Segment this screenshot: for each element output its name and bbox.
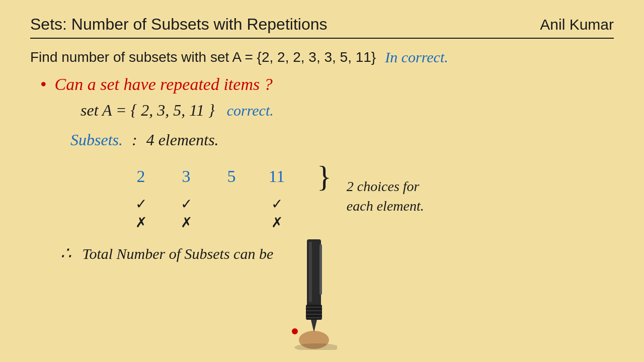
colon: : [132, 131, 137, 149]
bullet-line: • Can a set have repeated items ? [40, 75, 614, 94]
check-11: ✓ [267, 196, 287, 212]
svg-rect-7 [309, 242, 312, 302]
choices-line1: 2 choices for [347, 176, 424, 196]
total-text: Total Number of Subsets can be [83, 245, 274, 262]
total-line: ∴ Total Number of Subsets can be [60, 243, 614, 263]
elem-5: 5 [221, 167, 242, 186]
cross-11: ✗ [267, 214, 287, 231]
svg-rect-8 [319, 244, 322, 295]
elem-11: 11 [267, 167, 287, 186]
cross-3: ✗ [176, 214, 196, 231]
check-2: ✓ [131, 196, 151, 212]
grid-section: 2 3 5 11 } ✓ ✓ ✓ ✗ ✗ ✗ [131, 161, 332, 231]
find-line: Find number of subsets with set A = {2, … [30, 49, 614, 66]
page-title: Sets: Number of Subsets with Repetitions [30, 15, 328, 34]
choices-section: 2 choices for each element. [347, 176, 424, 216]
bullet-symbol: • [40, 75, 47, 94]
elem-2: 2 [131, 167, 151, 186]
svg-marker-6 [311, 320, 317, 332]
cross-2: ✗ [131, 214, 151, 231]
set-correct-line: set A = { 2, 3, 5, 11 } correct. [80, 101, 614, 120]
set-text: set A = { 2, 3, 5, 11 } [80, 101, 215, 120]
subsets-label: Subsets. [70, 131, 123, 149]
find-text: Find number of subsets with set A = {2, … [30, 49, 376, 65]
header-divider [30, 38, 614, 39]
author-name: Anil Kumar [540, 16, 614, 33]
main-page: Sets: Number of Subsets with Repetitions… [0, 0, 644, 362]
header: Sets: Number of Subsets with Repetitions… [30, 15, 614, 34]
svg-point-10 [294, 343, 337, 350]
elements-numbers-row: 2 3 5 11 } [131, 161, 332, 192]
check-3: ✓ [176, 196, 196, 212]
crosses-row: ✗ ✗ ✗ [131, 214, 332, 231]
therefore-symbol: ∴ [60, 244, 71, 262]
elements-text: 4 elements. [146, 131, 219, 149]
grid-and-choices: 2 3 5 11 } ✓ ✓ ✓ ✗ ✗ ✗ 2 choices [131, 161, 614, 231]
choices-line2: each element. [347, 196, 424, 216]
incorrect-label: In correct. [385, 49, 448, 66]
question-text: Can a set have repeated items ? [55, 75, 273, 94]
elem-3: 3 [176, 167, 196, 186]
subsets-line: Subsets. : 4 elements. [70, 131, 614, 149]
checkmarks-row: ✓ ✓ ✓ [131, 196, 332, 212]
red-dot [292, 328, 298, 334]
pen-container [292, 239, 337, 352]
pen-svg [292, 239, 337, 350]
right-brace: } [317, 161, 332, 192]
correct-label: correct. [227, 102, 274, 119]
